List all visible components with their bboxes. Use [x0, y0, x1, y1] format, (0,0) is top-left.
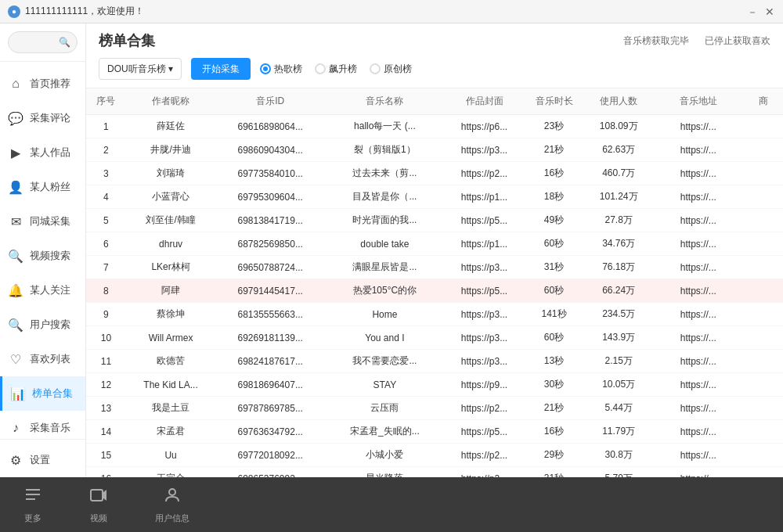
toolbar-user-info[interactable]: 用户信息: [155, 486, 189, 524]
cell-seq: 2: [86, 138, 126, 162]
cell-id: 69773584010...: [215, 162, 325, 185]
cell-id: 68135555663...: [215, 303, 325, 326]
cell-seq: 6: [86, 232, 126, 256]
cell-users: 30.8万: [584, 444, 654, 467]
sidebar-item-chart-list[interactable]: 📊榜单合集: [0, 376, 85, 411]
sidebar-item-video-search-label: 视频搜索: [30, 249, 70, 263]
cell-id: 69813841719...: [215, 209, 325, 232]
radio-rise-label: 飙升榜: [329, 63, 357, 76]
sidebar-item-like-list[interactable]: ♡喜欢列表: [0, 342, 85, 376]
content-header: 榜单合集 音乐榜获取完毕 已停止获取喜欢 DOU听音乐榜 ▾ 开始采集 热歌榜: [86, 23, 783, 88]
radio-rise-circle: [315, 63, 326, 74]
cell-users: 234.5万: [584, 303, 654, 326]
table-row: 7 LKer林柯 69650788724... 满眼星辰皆是... https:…: [86, 256, 783, 279]
cell-duration: 60秒: [524, 279, 583, 303]
sidebar: 🔍 ⌂首页推荐💬采集评论▶某人作品👤某人粉丝✉同城采集🔍视频搜索🔔某人关注🔍用户…: [0, 23, 86, 477]
status-left: 音乐榜获取完毕: [623, 34, 689, 48]
cell-author: 宋孟君: [126, 420, 215, 444]
cell-author: 小蓝背心: [126, 185, 215, 209]
cell-seq: 7: [86, 256, 126, 279]
cell-duration: 31秒: [524, 256, 583, 279]
cell-author: 王宗介: [126, 467, 215, 478]
sidebar-item-someone-follow[interactable]: 🔔某人关注: [0, 273, 85, 307]
collect-comment-icon: 💬: [8, 111, 23, 126]
cell-extra: [743, 420, 783, 444]
chart-dropdown[interactable]: DOU听音乐榜 ▾: [99, 58, 182, 80]
cell-name: Home: [325, 303, 445, 326]
sidebar-item-like-list-label: 喜欢列表: [30, 352, 70, 366]
toolbar-video[interactable]: 视频: [89, 486, 108, 524]
cell-duration: 60秒: [524, 232, 583, 256]
sidebar-item-settings[interactable]: ⚙ 设置: [0, 443, 85, 477]
cell-extra: [743, 138, 783, 162]
radio-original[interactable]: 原创榜: [370, 63, 412, 76]
cell-users: 66.24万: [584, 279, 654, 303]
table-row: 6 dhruv 68782569850... double take https…: [86, 232, 783, 256]
cell-url: https://...: [654, 420, 743, 444]
sidebar-item-local-collect[interactable]: ✉同城采集: [0, 204, 85, 239]
video-icon: [89, 486, 108, 509]
close-button[interactable]: ✕: [764, 6, 775, 17]
svg-rect-3: [91, 490, 103, 501]
cell-cover: https://p1...: [445, 185, 525, 209]
cell-id: 69795309604...: [215, 185, 325, 209]
cell-seq: 3: [86, 162, 126, 185]
cell-seq: 5: [86, 209, 126, 232]
cell-url: https://...: [654, 350, 743, 373]
cell-extra: [743, 162, 783, 185]
cell-name: 云压雨: [325, 397, 445, 420]
music-table-container[interactable]: 序号 作者昵称 音乐ID 音乐名称 作品封面 音乐时长 使用人数 音乐地址 商 …: [86, 88, 783, 477]
sidebar-item-someone-work-label: 某人作品: [30, 146, 70, 160]
cell-extra: [743, 326, 783, 350]
start-collect-button[interactable]: 开始采集: [191, 58, 251, 80]
search-box[interactable]: 🔍: [8, 31, 78, 53]
cell-id: 69824187617...: [215, 350, 325, 373]
cell-duration: 49秒: [524, 209, 583, 232]
titlebar: ● 111111111111，欢迎使用！ － ✕: [0, 0, 783, 23]
cell-extra: [743, 115, 783, 138]
cell-author: 我是土豆: [126, 397, 215, 420]
sidebar-item-home[interactable]: ⌂首页推荐: [0, 66, 85, 101]
cell-name: 过去未来（剪...: [325, 162, 445, 185]
radio-rise[interactable]: 飙升榜: [315, 63, 357, 76]
cell-name: STAY: [325, 373, 445, 397]
table-row: 14 宋孟君 69763634792... 宋孟君_失眠的... https:/…: [86, 420, 783, 444]
sidebar-item-settings-label: 设置: [30, 453, 50, 467]
sidebar-item-user-search[interactable]: 🔍用户搜索: [0, 307, 85, 342]
sidebar-item-local-collect-label: 同城采集: [30, 214, 70, 228]
sidebar-item-someone-work[interactable]: ▶某人作品: [0, 135, 85, 170]
toolbar-video-label: 视频: [90, 512, 107, 524]
minimize-button[interactable]: －: [747, 6, 758, 17]
cell-duration: 31秒: [524, 467, 583, 478]
cell-author: The Kid LA...: [126, 373, 215, 397]
radio-original-circle: [370, 63, 381, 74]
th-users: 使用人数: [584, 88, 654, 115]
table-header-row: 序号 作者昵称 音乐ID 音乐名称 作品封面 音乐时长 使用人数 音乐地址 商: [86, 88, 783, 115]
cell-duration: 30秒: [524, 373, 583, 397]
sidebar-item-collect-comment[interactable]: 💬采集评论: [0, 101, 85, 135]
cell-url: https://...: [654, 256, 743, 279]
radio-original-label: 原创榜: [384, 63, 412, 76]
cell-url: https://...: [654, 232, 743, 256]
cell-cover: https://p6...: [445, 115, 525, 138]
cell-cover: https://p5...: [445, 209, 525, 232]
radio-hot-label: 热歌榜: [274, 63, 302, 76]
controls-row: DOU听音乐榜 ▾ 开始采集 热歌榜 飙升榜 原创榜: [99, 58, 770, 88]
cell-author: 欧德苦: [126, 350, 215, 373]
cell-duration: 60秒: [524, 326, 583, 350]
sidebar-item-collect-music[interactable]: ♪采集音乐: [0, 411, 85, 436]
chart-type-radio-group: 热歌榜 飙升榜 原创榜: [260, 63, 412, 76]
cell-name: 裂（剪辑版1）: [325, 138, 445, 162]
table-row: 16 王宗介 69865376992... 星光降落 https://p3...…: [86, 467, 783, 478]
status-right: 已停止获取喜欢: [705, 34, 770, 48]
cell-extra: [743, 209, 783, 232]
sidebar-item-someone-fans[interactable]: 👤某人粉丝: [0, 170, 85, 204]
sidebar-item-video-search[interactable]: 🔍视频搜索: [0, 239, 85, 273]
cell-users: 27.8万: [584, 209, 654, 232]
radio-hot[interactable]: 热歌榜: [260, 63, 302, 76]
toolbar-more[interactable]: 更多: [23, 486, 42, 524]
cell-seq: 10: [86, 326, 126, 350]
header-status-area: 音乐榜获取完毕 已停止获取喜欢: [623, 34, 770, 48]
cell-extra: [743, 397, 783, 420]
cell-duration: 21秒: [524, 397, 583, 420]
